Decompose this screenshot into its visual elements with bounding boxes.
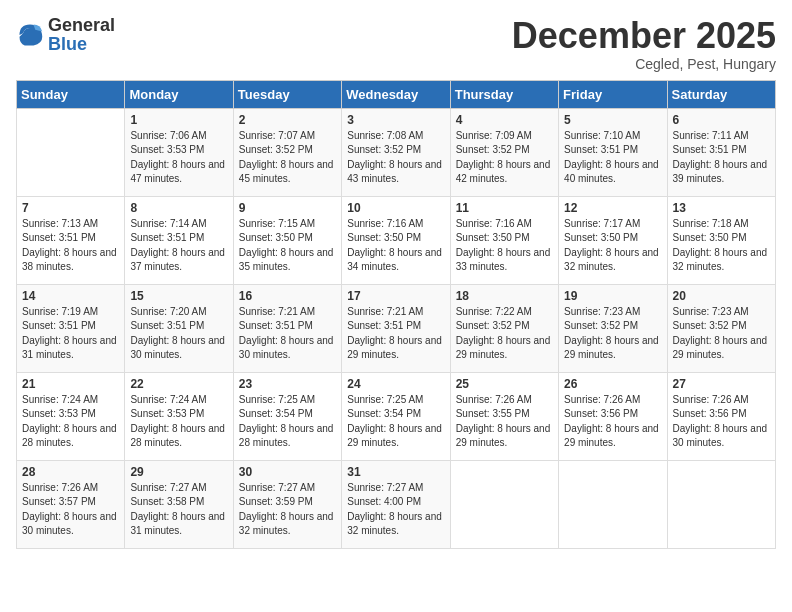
calendar-cell: 25Sunrise: 7:26 AMSunset: 3:55 PMDayligh… <box>450 372 558 460</box>
cell-info: Sunrise: 7:16 AMSunset: 3:50 PMDaylight:… <box>456 217 553 275</box>
header-wednesday: Wednesday <box>342 80 450 108</box>
day-number: 7 <box>22 201 119 215</box>
cell-info: Sunrise: 7:09 AMSunset: 3:52 PMDaylight:… <box>456 129 553 187</box>
cell-info: Sunrise: 7:10 AMSunset: 3:51 PMDaylight:… <box>564 129 661 187</box>
logo-blue: Blue <box>48 34 87 54</box>
calendar-cell: 29Sunrise: 7:27 AMSunset: 3:58 PMDayligh… <box>125 460 233 548</box>
calendar-week-row: 14Sunrise: 7:19 AMSunset: 3:51 PMDayligh… <box>17 284 776 372</box>
calendar-cell: 21Sunrise: 7:24 AMSunset: 3:53 PMDayligh… <box>17 372 125 460</box>
cell-info: Sunrise: 7:27 AMSunset: 4:00 PMDaylight:… <box>347 481 444 539</box>
cell-info: Sunrise: 7:20 AMSunset: 3:51 PMDaylight:… <box>130 305 227 363</box>
day-number: 8 <box>130 201 227 215</box>
calendar-cell: 12Sunrise: 7:17 AMSunset: 3:50 PMDayligh… <box>559 196 667 284</box>
calendar-cell: 5Sunrise: 7:10 AMSunset: 3:51 PMDaylight… <box>559 108 667 196</box>
cell-info: Sunrise: 7:11 AMSunset: 3:51 PMDaylight:… <box>673 129 770 187</box>
day-number: 17 <box>347 289 444 303</box>
cell-info: Sunrise: 7:07 AMSunset: 3:52 PMDaylight:… <box>239 129 336 187</box>
day-number: 23 <box>239 377 336 391</box>
calendar-cell: 3Sunrise: 7:08 AMSunset: 3:52 PMDaylight… <box>342 108 450 196</box>
day-number: 2 <box>239 113 336 127</box>
calendar-cell: 22Sunrise: 7:24 AMSunset: 3:53 PMDayligh… <box>125 372 233 460</box>
calendar-cell: 10Sunrise: 7:16 AMSunset: 3:50 PMDayligh… <box>342 196 450 284</box>
calendar-cell: 8Sunrise: 7:14 AMSunset: 3:51 PMDaylight… <box>125 196 233 284</box>
calendar-cell: 20Sunrise: 7:23 AMSunset: 3:52 PMDayligh… <box>667 284 775 372</box>
cell-info: Sunrise: 7:14 AMSunset: 3:51 PMDaylight:… <box>130 217 227 275</box>
calendar-cell: 27Sunrise: 7:26 AMSunset: 3:56 PMDayligh… <box>667 372 775 460</box>
calendar-cell: 2Sunrise: 7:07 AMSunset: 3:52 PMDaylight… <box>233 108 341 196</box>
calendar-cell: 14Sunrise: 7:19 AMSunset: 3:51 PMDayligh… <box>17 284 125 372</box>
calendar-cell: 1Sunrise: 7:06 AMSunset: 3:53 PMDaylight… <box>125 108 233 196</box>
day-number: 15 <box>130 289 227 303</box>
calendar-week-row: 1Sunrise: 7:06 AMSunset: 3:53 PMDaylight… <box>17 108 776 196</box>
calendar-cell: 31Sunrise: 7:27 AMSunset: 4:00 PMDayligh… <box>342 460 450 548</box>
cell-info: Sunrise: 7:27 AMSunset: 3:58 PMDaylight:… <box>130 481 227 539</box>
calendar-week-row: 28Sunrise: 7:26 AMSunset: 3:57 PMDayligh… <box>17 460 776 548</box>
month-title: December 2025 <box>512 16 776 56</box>
day-number: 22 <box>130 377 227 391</box>
calendar-cell <box>450 460 558 548</box>
cell-info: Sunrise: 7:24 AMSunset: 3:53 PMDaylight:… <box>22 393 119 451</box>
cell-info: Sunrise: 7:25 AMSunset: 3:54 PMDaylight:… <box>239 393 336 451</box>
header-saturday: Saturday <box>667 80 775 108</box>
cell-info: Sunrise: 7:21 AMSunset: 3:51 PMDaylight:… <box>347 305 444 363</box>
cell-info: Sunrise: 7:22 AMSunset: 3:52 PMDaylight:… <box>456 305 553 363</box>
day-number: 30 <box>239 465 336 479</box>
cell-info: Sunrise: 7:15 AMSunset: 3:50 PMDaylight:… <box>239 217 336 275</box>
day-number: 31 <box>347 465 444 479</box>
calendar-cell: 6Sunrise: 7:11 AMSunset: 3:51 PMDaylight… <box>667 108 775 196</box>
day-number: 18 <box>456 289 553 303</box>
logo: General Blue <box>16 16 115 54</box>
day-number: 10 <box>347 201 444 215</box>
cell-info: Sunrise: 7:19 AMSunset: 3:51 PMDaylight:… <box>22 305 119 363</box>
day-number: 28 <box>22 465 119 479</box>
day-number: 24 <box>347 377 444 391</box>
calendar-week-row: 7Sunrise: 7:13 AMSunset: 3:51 PMDaylight… <box>17 196 776 284</box>
calendar-table: SundayMondayTuesdayWednesdayThursdayFrid… <box>16 80 776 549</box>
cell-info: Sunrise: 7:16 AMSunset: 3:50 PMDaylight:… <box>347 217 444 275</box>
cell-info: Sunrise: 7:06 AMSunset: 3:53 PMDaylight:… <box>130 129 227 187</box>
calendar-cell: 4Sunrise: 7:09 AMSunset: 3:52 PMDaylight… <box>450 108 558 196</box>
cell-info: Sunrise: 7:25 AMSunset: 3:54 PMDaylight:… <box>347 393 444 451</box>
calendar-cell: 19Sunrise: 7:23 AMSunset: 3:52 PMDayligh… <box>559 284 667 372</box>
cell-info: Sunrise: 7:26 AMSunset: 3:56 PMDaylight:… <box>564 393 661 451</box>
day-number: 4 <box>456 113 553 127</box>
cell-info: Sunrise: 7:23 AMSunset: 3:52 PMDaylight:… <box>564 305 661 363</box>
day-number: 26 <box>564 377 661 391</box>
calendar-cell: 24Sunrise: 7:25 AMSunset: 3:54 PMDayligh… <box>342 372 450 460</box>
calendar-cell: 17Sunrise: 7:21 AMSunset: 3:51 PMDayligh… <box>342 284 450 372</box>
calendar-cell: 30Sunrise: 7:27 AMSunset: 3:59 PMDayligh… <box>233 460 341 548</box>
location: Cegled, Pest, Hungary <box>512 56 776 72</box>
calendar-cell <box>17 108 125 196</box>
day-number: 9 <box>239 201 336 215</box>
cell-info: Sunrise: 7:18 AMSunset: 3:50 PMDaylight:… <box>673 217 770 275</box>
day-number: 13 <box>673 201 770 215</box>
calendar-cell: 13Sunrise: 7:18 AMSunset: 3:50 PMDayligh… <box>667 196 775 284</box>
page-header: General Blue December 2025 Cegled, Pest,… <box>16 16 776 72</box>
day-number: 5 <box>564 113 661 127</box>
cell-info: Sunrise: 7:26 AMSunset: 3:56 PMDaylight:… <box>673 393 770 451</box>
header-monday: Monday <box>125 80 233 108</box>
day-number: 1 <box>130 113 227 127</box>
day-number: 16 <box>239 289 336 303</box>
cell-info: Sunrise: 7:21 AMSunset: 3:51 PMDaylight:… <box>239 305 336 363</box>
day-number: 25 <box>456 377 553 391</box>
calendar-cell: 23Sunrise: 7:25 AMSunset: 3:54 PMDayligh… <box>233 372 341 460</box>
title-block: December 2025 Cegled, Pest, Hungary <box>512 16 776 72</box>
cell-info: Sunrise: 7:08 AMSunset: 3:52 PMDaylight:… <box>347 129 444 187</box>
calendar-week-row: 21Sunrise: 7:24 AMSunset: 3:53 PMDayligh… <box>17 372 776 460</box>
day-number: 6 <box>673 113 770 127</box>
cell-info: Sunrise: 7:26 AMSunset: 3:57 PMDaylight:… <box>22 481 119 539</box>
calendar-cell: 9Sunrise: 7:15 AMSunset: 3:50 PMDaylight… <box>233 196 341 284</box>
day-number: 29 <box>130 465 227 479</box>
calendar-cell: 18Sunrise: 7:22 AMSunset: 3:52 PMDayligh… <box>450 284 558 372</box>
logo-icon <box>16 21 44 49</box>
cell-info: Sunrise: 7:23 AMSunset: 3:52 PMDaylight:… <box>673 305 770 363</box>
calendar-cell <box>667 460 775 548</box>
cell-info: Sunrise: 7:27 AMSunset: 3:59 PMDaylight:… <box>239 481 336 539</box>
calendar-cell <box>559 460 667 548</box>
day-number: 3 <box>347 113 444 127</box>
cell-info: Sunrise: 7:26 AMSunset: 3:55 PMDaylight:… <box>456 393 553 451</box>
calendar-cell: 15Sunrise: 7:20 AMSunset: 3:51 PMDayligh… <box>125 284 233 372</box>
cell-info: Sunrise: 7:24 AMSunset: 3:53 PMDaylight:… <box>130 393 227 451</box>
calendar-cell: 11Sunrise: 7:16 AMSunset: 3:50 PMDayligh… <box>450 196 558 284</box>
